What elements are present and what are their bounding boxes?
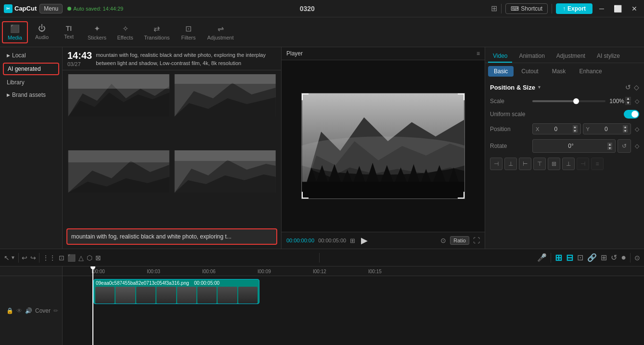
timeline-clip[interactable]: 09eaa0c587455ba82e0713c054f3a316.png 00:… xyxy=(93,279,259,304)
redo-btn[interactable]: ↪ xyxy=(30,254,36,262)
y-label: Y xyxy=(586,126,590,132)
track-cover-label: Cover xyxy=(35,307,51,314)
minimize-button[interactable]: ─ xyxy=(596,4,607,13)
tl-clock-btn[interactable]: ⊙ xyxy=(634,254,640,262)
close-button[interactable]: ✕ xyxy=(629,4,640,13)
crop-btn[interactable]: ⊠ xyxy=(95,254,101,262)
sidebar-item-local[interactable]: ▶ Local xyxy=(3,50,59,61)
track-lock-icon[interactable]: 🔒 xyxy=(6,307,13,314)
grid-view-icon[interactable]: ⊞ xyxy=(350,237,355,244)
subtab-cutout[interactable]: Cutout xyxy=(515,66,544,77)
subtab-mask[interactable]: Mask xyxy=(546,66,572,77)
menu-button[interactable]: Menu xyxy=(39,4,63,13)
tool-text[interactable]: TI Text xyxy=(56,23,82,41)
tab-ai-stylize[interactable]: AI stylize xyxy=(592,50,625,63)
playhead[interactable] xyxy=(92,266,93,345)
shortcut-button[interactable]: ⌨ Shortcut xyxy=(505,3,548,14)
media-icon: ⬛ xyxy=(10,24,20,33)
cursor-tool[interactable]: ↖ ▼ xyxy=(4,254,15,262)
play-button[interactable]: ▶ xyxy=(359,235,370,246)
tool-adjustment[interactable]: ⇌ Adjustment xyxy=(203,22,239,42)
sidebar-item-ai-generated[interactable]: AI generated xyxy=(3,63,59,75)
y-up-btn[interactable]: ▲ xyxy=(623,125,628,129)
mirror-btn[interactable]: △ xyxy=(78,254,84,262)
fullscreen-icon[interactable]: ⛶ xyxy=(473,237,480,244)
uniform-scale-toggle[interactable] xyxy=(624,110,639,119)
diamond-icon[interactable]: ◇ xyxy=(634,83,639,91)
tool-audio[interactable]: ⏻ Audio xyxy=(29,22,55,42)
x-down-btn[interactable]: ▼ xyxy=(573,129,578,133)
transform-btn[interactable]: ⬡ xyxy=(87,254,92,262)
align-right-btn[interactable]: ⊢ xyxy=(519,158,531,170)
svg-rect-21 xyxy=(302,182,464,199)
rotate-down-btn[interactable]: ▼ xyxy=(607,146,612,150)
rotate-diamond-icon[interactable]: ◇ xyxy=(635,143,639,149)
svg-rect-15 xyxy=(174,150,275,161)
prompt-box[interactable]: mountain with fog, realistic black and w… xyxy=(66,228,277,245)
subtab-basic[interactable]: Basic xyxy=(488,66,514,77)
tl-link-btn[interactable]: 🔗 xyxy=(587,253,597,262)
x-value: 0 xyxy=(541,126,571,133)
tool-transitions[interactable]: ⇄ Transitions xyxy=(139,22,174,42)
scale-diamond-icon[interactable]: ◇ xyxy=(635,98,639,105)
tool-filters[interactable]: ⊡ Filters xyxy=(176,22,202,42)
app-logo: ✂ CapCut xyxy=(4,4,37,13)
sidebar-item-brand-assets[interactable]: ▶ Brand assets xyxy=(3,90,59,100)
track-eye-icon[interactable]: 👁 xyxy=(16,307,22,314)
track-audio-icon[interactable]: 🔊 xyxy=(25,307,32,314)
tl-caption-btn[interactable]: ⊞ xyxy=(601,253,607,262)
position-diamond-icon[interactable]: ◇ xyxy=(635,126,639,133)
rotate-ccw-btn[interactable]: ↺ xyxy=(618,139,631,153)
tl-rotate-btn[interactable]: ↺ xyxy=(611,253,617,262)
align-top-btn[interactable]: ⊤ xyxy=(533,158,546,170)
sidebar-item-library[interactable]: Library xyxy=(3,77,59,88)
media-date: 03/27 xyxy=(67,61,92,67)
rotate-up-btn[interactable]: ▲ xyxy=(607,143,612,146)
align-bottom-btn[interactable]: ⊥ xyxy=(562,158,575,170)
tl-add-audio-btn[interactable]: ⊟ xyxy=(566,252,573,263)
subtab-enhance[interactable]: Enhance xyxy=(573,66,607,77)
mic-btn[interactable]: 🎤 xyxy=(537,253,547,262)
split-btn[interactable]: ⋮⋮ xyxy=(42,254,56,262)
align-center-v-btn[interactable]: ⊥ xyxy=(504,158,517,170)
tab-adjustment[interactable]: Adjustment xyxy=(552,50,590,63)
align-distribute-h-btn[interactable]: ⊣ xyxy=(577,158,589,170)
align-center-h-btn[interactable]: ⊞ xyxy=(548,158,560,170)
freeze-btn[interactable]: ⬛ xyxy=(67,254,76,262)
project-id: 0320 xyxy=(123,5,491,13)
layout-icon[interactable]: ⊞ xyxy=(491,4,497,13)
scale-down-btn[interactable]: ▼ xyxy=(625,101,631,105)
position-size-title: Position & Size ▼ xyxy=(490,84,541,91)
tl-add-video-btn[interactable]: ⊞ xyxy=(555,252,562,263)
tl-dot-btn[interactable]: ● xyxy=(621,252,626,263)
y-down-btn[interactable]: ▼ xyxy=(623,129,628,133)
maximize-button[interactable]: ⬜ xyxy=(611,4,625,13)
media-thumb-4[interactable] xyxy=(173,150,278,193)
align-left-btn[interactable]: ⊣ xyxy=(490,158,502,170)
ratio-button[interactable]: Ratio xyxy=(450,236,469,245)
undo-btn[interactable]: ↩ xyxy=(22,254,27,262)
scale-up-btn[interactable]: ▲ xyxy=(625,97,631,101)
y-value: 0 xyxy=(591,126,621,133)
media-header: 14:43 03/27 mountain with fog, realistic… xyxy=(63,47,281,70)
svg-rect-3 xyxy=(68,74,169,89)
tool-media[interactable]: ⬛ Media xyxy=(2,21,28,43)
media-thumb-1[interactable] xyxy=(66,74,171,117)
rotate-label: Rotate xyxy=(490,143,528,149)
tool-effects[interactable]: ✧ Effects xyxy=(112,22,138,42)
tool-stickers[interactable]: ✦ Stickers xyxy=(83,22,111,42)
stickers-icon: ✦ xyxy=(94,24,100,33)
tab-animation[interactable]: Animation xyxy=(514,50,549,63)
delete-btn[interactable]: ⊡ xyxy=(59,254,64,262)
track-edit-icon[interactable]: ✏ xyxy=(53,307,58,314)
align-distribute-v-btn[interactable]: ≡ xyxy=(591,158,604,170)
reset-position-icon[interactable]: ↺ xyxy=(625,83,631,91)
x-up-btn[interactable]: ▲ xyxy=(573,125,578,129)
snapshot-icon[interactable]: ⊙ xyxy=(440,237,446,244)
tl-split-audio-btn[interactable]: ⊡ xyxy=(577,253,583,262)
media-thumb-3[interactable] xyxy=(66,150,171,193)
tab-video[interactable]: Video xyxy=(488,50,512,63)
export-button[interactable]: ↑ Export xyxy=(556,3,592,14)
media-thumb-2[interactable] xyxy=(173,74,278,117)
player-menu-icon[interactable]: ≡ xyxy=(477,50,480,57)
